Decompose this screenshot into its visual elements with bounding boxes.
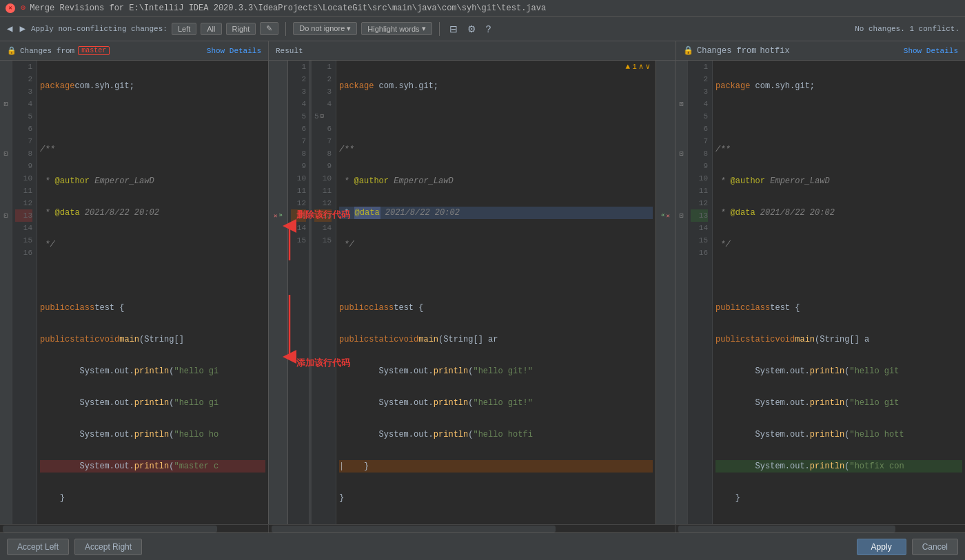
- right-lock-icon: 🔒: [683, 45, 693, 56]
- left-label: Left: [178, 25, 190, 33]
- warning-icon: ▲: [626, 63, 631, 71]
- columns-button[interactable]: ⊟: [447, 22, 460, 36]
- apply-left-button[interactable]: Left: [172, 23, 196, 35]
- center-left-line-numbers: 1 2 3 4 5 6 7 8 9 10 11 12 13 14 15: [288, 61, 309, 524]
- left-code-lines[interactable]: package com.syh.git; /** * @author Emper…: [37, 61, 268, 524]
- highlight-words-label: Highlight words: [367, 25, 419, 33]
- right-code-lines[interactable]: package com.syh.git; /** * @author Emper…: [713, 61, 965, 524]
- right-merge-gutter: « ✕: [656, 61, 675, 524]
- center-code-lines[interactable]: package com.syh.git; /** * @author Emper…: [336, 61, 656, 524]
- accept-right-button[interactable]: Accept Right: [74, 539, 142, 555]
- left-gutter-markers: ⊡ ⊡ ⊡: [0, 61, 12, 524]
- left-code-panel: ⊡ ⊡ ⊡ 123456 789101112 13 141516: [0, 61, 269, 524]
- settings-button[interactable]: ⚙: [465, 22, 479, 36]
- title-bar: ✕ ⊕ Merge Revisions for E:\IntelliJ IDEA…: [0, 0, 965, 17]
- tab-result[interactable]: Result: [269, 47, 310, 55]
- warning-count: 1: [632, 63, 637, 71]
- window-title: Merge Revisions for E:\IntelliJ IDEA 202…: [30, 3, 546, 13]
- left-lock-icon: 🔒: [7, 46, 17, 55]
- window-icon: ⊕: [21, 3, 26, 13]
- center-code-content: ✕ » 1 2 3 4 5 6 7 8 9 10 11 12: [269, 61, 675, 524]
- apply-all-button[interactable]: All: [201, 23, 221, 35]
- right-panel-prefix: Changes from: [697, 46, 756, 56]
- accept-left-button[interactable]: Accept Left: [7, 539, 69, 555]
- next-conflict-button[interactable]: ▶: [18, 21, 26, 36]
- collapse-icon[interactable]: ∨: [645, 62, 650, 71]
- left-branch-label: master: [78, 46, 110, 55]
- right-code-panel: ⊡ ⊡ ⊡ 123456 789101112 13 141516: [676, 61, 965, 524]
- separator-1: [285, 22, 286, 36]
- reject-left-button[interactable]: ✕: [274, 212, 277, 220]
- panels-header: 🔒 Changes from master Show Details Resul…: [0, 41, 965, 61]
- cancel-button[interactable]: Cancel: [912, 539, 958, 555]
- center-panel-header: Result: [269, 41, 676, 60]
- left-panel-prefix: Changes from: [20, 47, 74, 55]
- apply-non-conflicting-label: Apply non-conflicting changes:: [31, 25, 167, 33]
- warning-badge: ▲ 1 ∧ ∨: [626, 62, 650, 71]
- left-show-details-link[interactable]: Show Details: [207, 47, 261, 55]
- accept-left-button[interactable]: »: [279, 212, 283, 219]
- apply-button[interactable]: Apply: [857, 539, 906, 555]
- status-text: No changes. 1 conflict.: [855, 25, 959, 33]
- toolbar: ◀ ▶ Apply non-conflicting changes: Left …: [0, 17, 965, 41]
- left-panel-header: 🔒 Changes from master Show Details: [0, 41, 269, 60]
- all-label: All: [207, 25, 215, 33]
- bottom-bar: Accept Left Accept Right Apply Cancel: [0, 532, 965, 560]
- right-panel-header: 🔒 Changes from hotfix Show Details: [676, 41, 965, 60]
- right-show-details-link[interactable]: Show Details: [904, 47, 958, 55]
- ignore-dropdown[interactable]: Do not ignore ▾: [293, 22, 357, 35]
- content-area: ⊡ ⊡ ⊡ 123456 789101112 13 141516: [0, 61, 965, 524]
- help-button[interactable]: ?: [483, 22, 494, 36]
- bottom-right-actions: Apply Cancel: [857, 539, 958, 555]
- accept-right-from-center-button[interactable]: «: [661, 212, 664, 219]
- expand-icon[interactable]: ∧: [639, 62, 644, 71]
- close-button[interactable]: ✕: [6, 3, 15, 13]
- highlight-words-dropdown[interactable]: Highlight words ▾: [361, 22, 431, 35]
- prev-conflict-button[interactable]: ◀: [6, 21, 14, 36]
- right-branch-label: hotfix: [760, 46, 789, 56]
- right-gutter-markers: ⊡ ⊡ ⊡: [676, 61, 688, 524]
- left-code-content: ⊡ ⊡ ⊡ 123456 789101112 13 141516: [0, 61, 268, 524]
- scrollbar-area: [0, 524, 965, 532]
- right-label: Right: [232, 25, 250, 33]
- bottom-left-actions: Accept Left Accept Right: [7, 539, 142, 555]
- apply-right-button[interactable]: Right: [226, 23, 256, 35]
- center-code-panel: ✕ » 1 2 3 4 5 6 7 8 9 10 11 12: [269, 61, 676, 524]
- center-right-line-numbers: 1234 5⊟ 6789101112 13 1415: [312, 61, 336, 524]
- pencil-button[interactable]: ✎: [260, 22, 278, 35]
- right-code-content: ⊡ ⊡ ⊡ 123456 789101112 13 141516: [676, 61, 965, 524]
- left-merge-gutter: ✕ »: [269, 61, 288, 524]
- separator-2: [439, 22, 440, 36]
- right-line-numbers: 123456 789101112 13 141516: [688, 61, 713, 524]
- reject-right-button[interactable]: ✕: [666, 212, 669, 220]
- left-line-numbers: 123456 789101112 13 141516: [12, 61, 37, 524]
